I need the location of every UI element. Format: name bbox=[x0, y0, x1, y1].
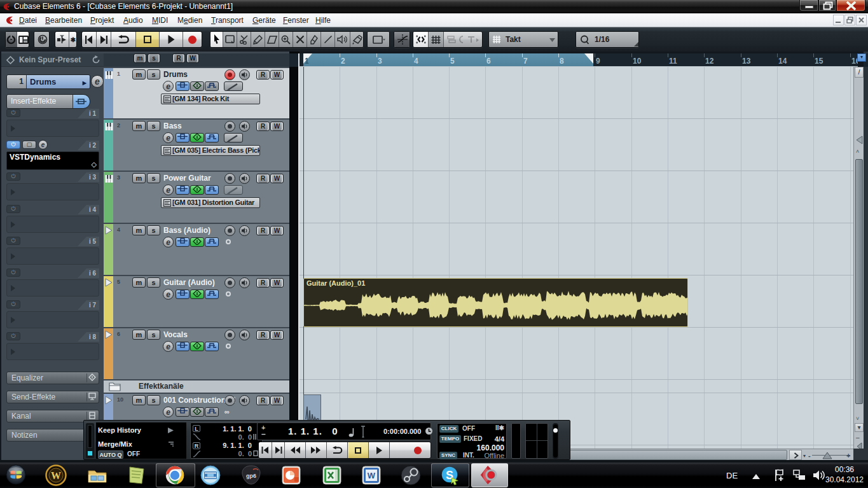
svg-text:W: W bbox=[51, 470, 61, 481]
svg-text:gp6: gp6 bbox=[246, 473, 256, 479]
svg-text:W: W bbox=[368, 471, 376, 480]
